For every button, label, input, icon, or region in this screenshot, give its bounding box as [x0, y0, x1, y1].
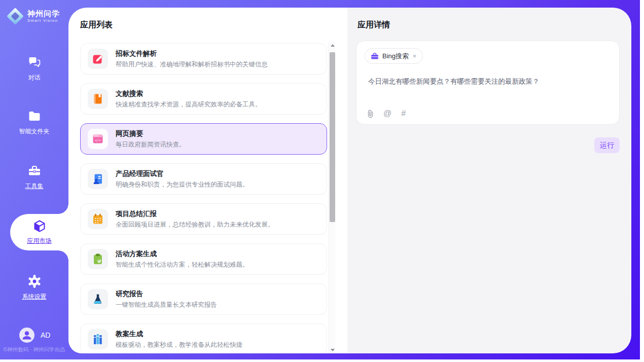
- brand-logo-icon: [7, 8, 23, 24]
- mention-icon[interactable]: @: [383, 109, 391, 118]
- sidebar-item-4[interactable]: 系统设置: [0, 274, 68, 301]
- app-list-panel: 应用列表 招标文件解析 帮助用户快速、准确地理解和解析招标书中的关键信息 文献搜…: [68, 8, 347, 353]
- brand-name: 神州问学: [27, 10, 60, 18]
- app-window: 神州问学 Smart Vision 对话 智能文件夹 工具集 应用市场 系统设置…: [0, 0, 644, 362]
- gear-icon: [27, 274, 42, 289]
- report-icon: [88, 289, 108, 309]
- app-card-description: 一键智能生成高质量长文本研究报告: [116, 301, 217, 309]
- pen-square-icon: [88, 49, 108, 69]
- app-card-description: 智能生成个性化活动方案，轻松解决规划难题。: [116, 261, 249, 269]
- calendar-icon: [88, 209, 108, 229]
- sidebar-footer: ©神州数码 · 神州问学出品: [0, 346, 68, 353]
- brand-subtitle: Smart Vision: [27, 19, 60, 23]
- folder-icon: [27, 108, 42, 124]
- sidebar-item-label: 智能文件夹: [19, 127, 50, 136]
- sidebar-item-label: 系统设置: [22, 293, 47, 301]
- scrollbar-thumb[interactable]: [330, 52, 335, 222]
- tool-chip-label: Bing搜索: [382, 52, 409, 61]
- app-card-description: 快速精准查找学术资源，提高研究效率的必备工具。: [116, 100, 262, 109]
- app-card-5[interactable]: 活动方案生成 智能生成个性化活动方案，轻松解决规划难题。: [80, 243, 327, 275]
- app-card-6[interactable]: 研究报告 一键智能生成高质量长文本研究报告: [80, 283, 327, 315]
- sidebar: 神州问学 Smart Vision 对话 智能文件夹 工具集 应用市场 系统设置…: [0, 0, 68, 359]
- hash-icon[interactable]: #: [401, 109, 406, 118]
- interview-icon: [88, 169, 108, 189]
- scrollbar[interactable]: [329, 42, 335, 353]
- app-card-title: 研究报告: [116, 289, 217, 299]
- app-list-title: 应用列表: [80, 20, 113, 30]
- briefcase-icon: [371, 52, 379, 60]
- app-card-description: 明确身份和职责，为您提供专业性的面试问题。: [116, 180, 249, 189]
- app-card-3[interactable]: 产品经理面试官 明确身份和职责，为您提供专业性的面试问题。: [80, 163, 327, 195]
- app-card-4[interactable]: 项目总结汇报 全面回顾项目进展，总结经验教训，助力未来优化发展。: [80, 203, 327, 235]
- sidebar-item-0[interactable]: 对话: [0, 55, 68, 82]
- sidebar-item-label: 应用市场: [27, 237, 52, 245]
- chat-icon: [27, 55, 42, 70]
- user-initials: AD: [41, 331, 50, 339]
- attachment-icon[interactable]: [367, 110, 374, 118]
- page-edge-right: [640, 0, 644, 362]
- app-card-0[interactable]: 招标文件解析 帮助用户快速、准确地理解和解析招标书中的关键信息: [80, 43, 327, 75]
- app-card-2[interactable]: </> 网页摘要 每日政府新闻资讯快查。: [80, 123, 327, 155]
- app-card-description: 帮助用户快速、准确地理解和解析招标书中的关键信息: [116, 60, 268, 69]
- clipboard-check-icon: [88, 249, 108, 269]
- app-card-7[interactable]: 教案生成 模板驱动，教案秒成，教学准备从此轻松快捷: [80, 323, 327, 353]
- sidebar-item-2[interactable]: 工具集: [0, 163, 68, 191]
- app-card-description: 全面回顾项目进展，总结经验教训，助力未来优化发展。: [116, 221, 274, 229]
- app-card-title: 教案生成: [116, 330, 242, 339]
- app-card-title: 活动方案生成: [116, 249, 249, 259]
- app-detail-panel: 应用详情 Bing搜索 × 今日湖北有哪些新闻要点？有哪些需要关注的最新政策？: [347, 8, 631, 353]
- cube-icon: [32, 219, 47, 234]
- svg-text:</>: </>: [95, 138, 101, 142]
- app-card-description: 模板驱动，教案秒成，教学准备从此轻松快捷: [116, 341, 242, 349]
- sidebar-item-label: 对话: [28, 74, 41, 82]
- app-card-title: 招标文件解析: [116, 49, 268, 58]
- scrollbar-down-icon[interactable]: [329, 347, 336, 353]
- app-detail-title: 应用详情: [357, 20, 390, 30]
- input-toolbar: @ #: [367, 109, 406, 118]
- sidebar-item-1[interactable]: 智能文件夹: [0, 108, 68, 136]
- app-card-title: 网页摘要: [116, 129, 186, 138]
- book-icon: [88, 89, 108, 109]
- prompt-card: Bing搜索 × 今日湖北有哪些新闻要点？有哪些需要关注的最新政策？ @ #: [356, 41, 620, 125]
- avatar[interactable]: [19, 328, 34, 343]
- sidebar-item-3[interactable]: 应用市场: [10, 214, 68, 250]
- tool-chip-bing-search[interactable]: Bing搜索 ×: [365, 48, 423, 64]
- app-card-list: 招标文件解析 帮助用户快速、准确地理解和解析招标书中的关键信息 文献搜索 快速精…: [80, 43, 327, 353]
- user-icon: [19, 328, 34, 343]
- app-card-description: 每日政府新闻资讯快查。: [116, 140, 186, 149]
- app-card-title: 产品经理面试官: [116, 169, 249, 178]
- app-card-1[interactable]: 文献搜索 快速精准查找学术资源，提高研究效率的必备工具。: [80, 83, 327, 115]
- brand-logo: 神州问学 Smart Vision: [7, 8, 60, 24]
- toolbox-icon: [27, 163, 42, 178]
- user-row[interactable]: AD: [19, 328, 50, 343]
- browser-code-icon: </>: [88, 129, 108, 149]
- books-icon: [88, 329, 108, 349]
- run-button[interactable]: 运行: [594, 137, 620, 153]
- scrollbar-up-icon[interactable]: [329, 42, 336, 49]
- app-card-title: 文献搜索: [116, 89, 262, 98]
- chip-close-icon[interactable]: ×: [412, 53, 417, 60]
- page-edge-bottom: [0, 359, 644, 362]
- sidebar-item-label: 工具集: [25, 182, 44, 191]
- app-card-title: 项目总结汇报: [116, 209, 274, 219]
- query-input[interactable]: 今日湖北有哪些新闻要点？有哪些需要关注的最新政策？: [368, 77, 606, 87]
